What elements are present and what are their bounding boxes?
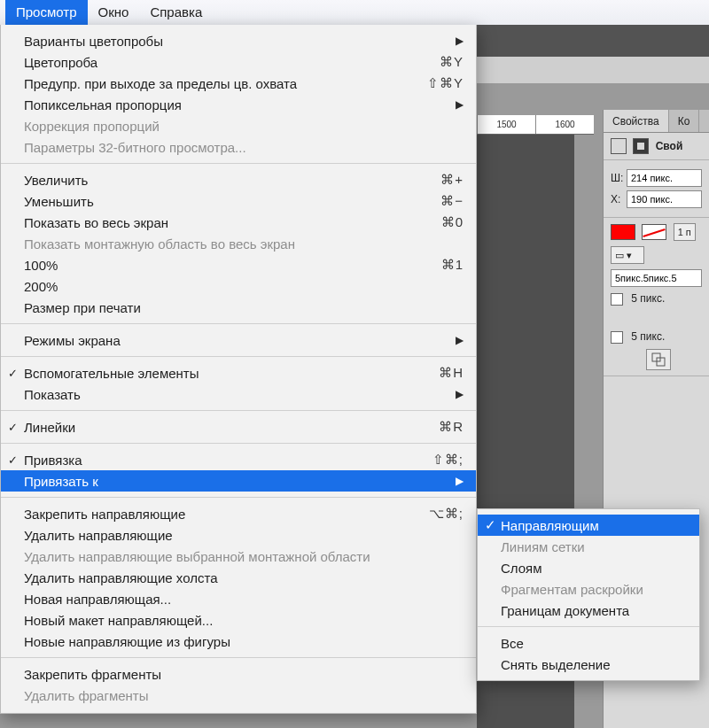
corner-link-a-checkbox[interactable] [611,293,623,306]
shortcut: ⌘0 [441,214,464,230]
submenu-guides[interactable]: ✓ Направляющим [478,515,699,536]
submenu-slices: Фрагментам раскройки [478,578,699,600]
x-field[interactable] [627,190,702,208]
shortcut: ⇧⌘; [432,452,464,468]
shortcut: ⌘H [439,365,464,381]
menubar: Просмотр Окно Справка [0,0,709,25]
menu-new-guide-layout[interactable]: Новый макет направляющей... [1,609,476,631]
menu-proof-colors[interactable]: Цветопроба ⌘Y [1,51,476,73]
panel-section-title: Свой [656,140,683,152]
check-icon: ✓ [8,453,18,467]
corner-preset-field[interactable] [611,269,702,287]
menubar-window[interactable]: Окно [88,0,140,25]
corner-a-value: 5 пикс. [631,292,665,305]
menu-new-guides-from-shape[interactable]: Новые направляющие из фигуры [1,631,476,652]
menu-fit-artboard: Показать монтажную область во весь экран [1,233,476,254]
menu-100-percent[interactable]: 100% ⌘1 [1,254,476,275]
submenu-grid: Линиям сетки [478,536,699,557]
check-icon: ✓ [485,517,496,533]
tab-properties[interactable]: Свойства [604,110,669,132]
menu-200-percent[interactable]: 200% [1,275,476,297]
menu-lock-slices[interactable]: Закрепить фрагменты [1,663,476,685]
menu-extras[interactable]: ✓ Вспомогательные элементы ⌘H [1,362,476,383]
submenu-none[interactable]: Снять выделение [478,654,699,675]
menu-clear-guides[interactable]: Удалить направляющие [1,524,476,546]
submenu-layers[interactable]: Слоям [478,557,699,578]
shortcut: ⌘Y [440,54,464,70]
snap-to-submenu: ✓ Направляющим Линиям сетки Слоям Фрагме… [477,508,700,681]
shortcut: ⌥⌘; [429,506,464,522]
menu-snap-to[interactable]: Привязать к ▶ [1,470,476,492]
stroke-width-field[interactable]: 1 п [674,223,696,241]
corner-b-value: 5 пикс. [631,330,665,343]
menu-pixel-aspect-correction: Коррекция пропорций [1,115,476,136]
submenu-document-bounds[interactable]: Границам документа [478,600,699,621]
menu-clear-canvas-guides[interactable]: Удалить направляющие холста [1,567,476,588]
menu-snap[interactable]: ✓ Привязка ⇧⌘; [1,449,476,470]
stroke-swatch[interactable] [642,224,666,240]
menu-clear-artboard-guides: Удалить направляющие выбранной монтажной… [1,546,476,567]
panel-tabs: Свойства Ко [604,110,709,133]
tab-adjustments[interactable]: Ко [669,110,700,132]
view-menu: Варианты цветопробы ▶ Цветопроба ⌘Y Пред… [0,25,477,714]
menu-print-size[interactable]: Размер при печати [1,297,476,318]
menu-show[interactable]: Показать ▶ [1,383,476,405]
path-operations-button[interactable] [646,349,671,370]
menu-32bit-preview-options: Параметры 32-битного просмотра... [1,136,476,158]
submenu-arrow-icon: ▶ [456,334,464,346]
live-shape-icon [611,138,627,154]
shortcut: ⇧⌘Y [427,75,464,91]
menu-lock-guides[interactable]: Закрепить направляющие ⌥⌘; [1,503,476,524]
menu-fit-on-screen[interactable]: Показать во весь экран ⌘0 [1,212,476,233]
stroke-align-select[interactable]: ▭ ▾ [611,246,644,264]
submenu-arrow-icon: ▶ [456,388,464,400]
mask-icon [633,138,649,154]
menu-zoom-out[interactable]: Уменьшить ⌘− [1,190,476,212]
submenu-arrow-icon: ▶ [456,98,464,111]
menu-rulers[interactable]: ✓ Линейки ⌘R [1,416,476,438]
menu-pixel-aspect-ratio[interactable]: Попиксельная пропорция ▶ [1,94,476,115]
menu-screen-mode[interactable]: Режимы экрана ▶ [1,329,476,351]
menu-gamut-warning[interactable]: Предупр. при выходе за пределы цв. охват… [1,73,476,94]
width-label: Ш: [611,172,627,184]
menu-new-guide[interactable]: Новая направляющая... [1,588,476,609]
fill-swatch[interactable] [611,224,635,240]
ruler-tick: 1600 [535,115,594,134]
check-icon: ✓ [8,421,18,434]
ruler-tick: 1500 [477,115,535,134]
menu-zoom-in[interactable]: Увеличить ⌘+ [1,169,476,190]
horizontal-ruler: 1500 1600 [477,115,594,135]
menubar-view[interactable]: Просмотр [5,0,88,25]
submenu-all[interactable]: Все [478,632,699,654]
corner-link-b-checkbox[interactable] [611,331,623,344]
shortcut: ⌘+ [440,172,464,188]
check-icon: ✓ [8,367,18,380]
submenu-arrow-icon: ▶ [456,475,464,487]
shortcut: ⌘R [439,419,464,435]
menu-proof-setup[interactable]: Варианты цветопробы ▶ [1,30,476,51]
shortcut: ⌘1 [441,257,464,273]
x-label: X: [611,193,627,205]
submenu-arrow-icon: ▶ [456,35,464,47]
width-field[interactable] [627,169,702,187]
menu-clear-slices: Удалить фрагменты [1,685,476,706]
menubar-help[interactable]: Справка [139,0,213,25]
shortcut: ⌘− [440,193,464,209]
